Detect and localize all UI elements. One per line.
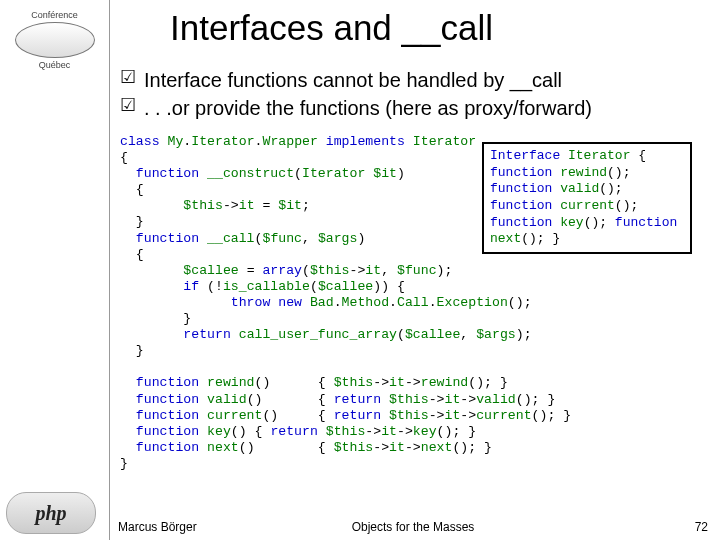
conference-logo: Conférence Québec [0, 0, 109, 80]
checkmark-icon: ☑ [120, 68, 144, 92]
mascot-head-icon [15, 22, 95, 58]
slide-title: Interfaces and __call [170, 8, 493, 48]
conference-sub: Québec [39, 60, 71, 70]
conference-label: Conférence [31, 10, 78, 20]
php-logo-text: php [35, 502, 66, 525]
footer: Marcus Börger Objects for the Masses 72 [118, 520, 708, 534]
left-sidebar: Conférence Québec php [0, 0, 110, 540]
checkmark-icon: ☑ [120, 96, 144, 120]
footer-talk: Objects for the Masses [352, 520, 475, 534]
footer-author: Marcus Börger [118, 520, 197, 534]
code-area: Interface Iterator { function rewind(); … [120, 134, 714, 472]
bullet-block: ☑ Interface functions cannot be handled … [120, 68, 710, 120]
bullet-text: Interface functions cannot be handled by… [144, 68, 710, 92]
bullet-text: . . .or provide the functions (here as p… [144, 96, 710, 120]
footer-page: 72 [695, 520, 708, 534]
interface-box: Interface Iterator { function rewind(); … [482, 142, 692, 254]
php-logo: php [6, 492, 96, 534]
